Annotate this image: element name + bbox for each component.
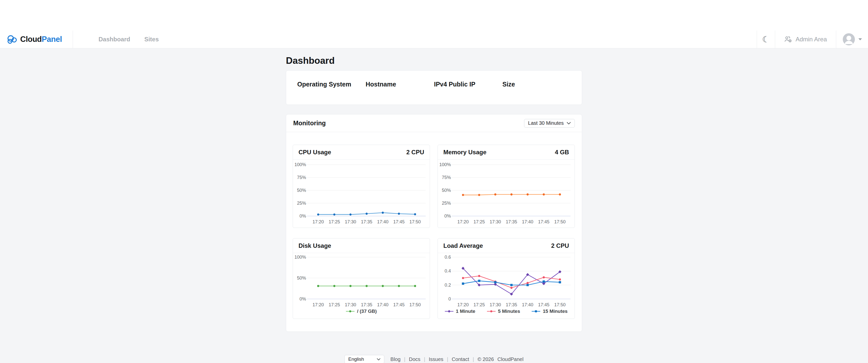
- chevron-down-icon: [377, 358, 380, 361]
- x-tick-label: 17:25: [473, 219, 485, 224]
- load-average-chart-card: Load Average 2 CPU 00.20.40.617:2017:251…: [437, 238, 575, 319]
- info-value: [434, 92, 502, 98]
- charts-grid: CPU Usage 2 CPU 0%25%50%75%100%17:2017:2…: [286, 132, 582, 331]
- legend-item[interactable]: 5 Minutes: [487, 308, 520, 314]
- chart-card-header: Disk Usage: [293, 238, 430, 253]
- legend-item[interactable]: / (37 GB): [346, 308, 377, 314]
- footer-link-docs[interactable]: Docs: [409, 357, 421, 362]
- language-value: English: [348, 357, 364, 362]
- data-point: [527, 284, 529, 286]
- x-tick-label: 17:40: [522, 219, 533, 224]
- data-point: [366, 285, 368, 287]
- x-tick-label: 17:45: [393, 219, 404, 224]
- data-point: [527, 282, 529, 284]
- footer-link-blog[interactable]: Blog: [390, 357, 400, 362]
- info-value: [502, 92, 571, 98]
- time-range-value: Last 30 Minutes: [528, 120, 564, 126]
- legend-marker-icon: [445, 309, 454, 313]
- x-tick-label: 17:20: [312, 219, 324, 224]
- legend-label: 1 Minute: [456, 308, 475, 314]
- disk-usage-chart-card: Disk Usage 0%50%100%17:2017:2517:3017:35…: [293, 238, 430, 319]
- chart-title: Load Average: [443, 242, 483, 249]
- footer-links: Blog | Docs | Issues | Contact | © 2026 …: [390, 357, 523, 362]
- chart-body: 0%25%50%75%100%17:2017:2517:3017:3517:40…: [438, 160, 575, 228]
- data-point: [494, 281, 497, 283]
- separator: |: [473, 357, 474, 362]
- data-point: [382, 212, 384, 214]
- dark-mode-toggle[interactable]: ☾: [757, 31, 775, 48]
- data-point: [527, 193, 529, 195]
- chevron-down-icon: [859, 38, 862, 40]
- separator: |: [404, 357, 405, 362]
- x-tick-label: 17:50: [409, 302, 421, 307]
- load-average-chart: 00.20.40.617:2017:2517:3017:3517:4017:45…: [438, 253, 575, 308]
- footer-link-contact[interactable]: Contact: [452, 357, 469, 362]
- nav-item-dashboard[interactable]: Dashboard: [99, 36, 130, 43]
- x-tick-label: 17:40: [522, 302, 533, 307]
- chart-unit-label: 2 CPU: [551, 242, 569, 249]
- y-tick-label: 0%: [300, 213, 306, 219]
- header-actions: ☾ Admin Area: [757, 31, 868, 48]
- data-point: [317, 285, 319, 287]
- legend-marker-icon: [487, 309, 496, 313]
- data-point: [510, 284, 513, 286]
- y-tick-label: 0: [448, 296, 451, 301]
- chart-card-header: CPU Usage 2 CPU: [293, 145, 430, 160]
- admin-area-button[interactable]: Admin Area: [775, 31, 836, 48]
- page-title: Dashboard: [286, 56, 582, 66]
- y-tick-label: 0.6: [444, 255, 451, 260]
- data-point: [333, 285, 335, 287]
- chart-unit-label: 2 CPU: [406, 149, 424, 156]
- legend-marker-icon: [532, 309, 540, 313]
- data-point: [366, 213, 368, 215]
- x-tick-label: 17:25: [329, 302, 340, 307]
- disk-usage-chart: 0%50%100%17:2017:2517:3017:3517:4017:451…: [293, 253, 430, 308]
- legend-label: 15 Minutes: [543, 308, 567, 314]
- data-point: [543, 276, 545, 278]
- language-select[interactable]: English: [344, 355, 384, 363]
- data-point: [317, 213, 319, 216]
- user-menu[interactable]: [836, 31, 868, 48]
- memory-usage-chart: 0%25%50%75%100%17:2017:2517:3017:3517:40…: [438, 160, 575, 227]
- y-tick-label: 75%: [297, 175, 306, 180]
- chart-title: CPU Usage: [299, 149, 331, 156]
- data-point: [382, 285, 384, 287]
- monitoring-title: Monitoring: [293, 120, 326, 127]
- chart-canvas: 0%50%100%17:2017:2517:3017:3517:4017:451…: [293, 253, 430, 307]
- data-point: [478, 280, 480, 282]
- chart-legend: / (37 GB): [293, 308, 430, 318]
- data-point: [543, 280, 545, 283]
- data-point: [559, 278, 561, 280]
- brand-logo[interactable]: CloudPanel: [0, 31, 73, 48]
- data-point: [478, 194, 480, 196]
- info-col-operating-system: Operating System: [297, 81, 366, 105]
- nav-item-sites[interactable]: Sites: [144, 36, 159, 43]
- x-tick-label: 17:45: [538, 219, 549, 224]
- footer-brand-link[interactable]: CloudPanel: [497, 357, 523, 362]
- chart-body: 00.20.40.617:2017:2517:3017:3517:4017:45…: [438, 253, 575, 319]
- monitoring-card: Monitoring Last 30 Minutes CPU Usage 2 C…: [286, 114, 582, 332]
- y-tick-label: 25%: [297, 201, 306, 206]
- data-point: [349, 213, 351, 216]
- data-point: [349, 285, 351, 287]
- x-tick-label: 17:50: [554, 302, 565, 307]
- time-range-dropdown[interactable]: Last 30 Minutes: [524, 119, 575, 128]
- x-tick-label: 17:45: [393, 302, 404, 307]
- brand-name-primary: Cloud: [20, 35, 42, 44]
- y-tick-label: 0%: [300, 296, 306, 301]
- chart-card-header: Load Average 2 CPU: [438, 238, 575, 253]
- data-point: [559, 193, 561, 195]
- info-value: [366, 92, 434, 98]
- memory-usage-chart-card: Memory Usage 4 GB 0%25%50%75%100%17:2017…: [437, 145, 575, 228]
- data-point: [543, 193, 545, 195]
- legend-item[interactable]: 1 Minute: [445, 308, 475, 314]
- x-tick-label: 17:40: [377, 302, 388, 307]
- data-point: [462, 194, 464, 196]
- data-point: [414, 285, 416, 287]
- data-point: [333, 213, 335, 216]
- legend-item[interactable]: 15 Minutes: [532, 308, 567, 314]
- main-nav: Dashboard Sites: [99, 31, 159, 48]
- chart-body: 0%25%50%75%100%17:2017:2517:3017:3517:40…: [293, 160, 430, 228]
- footer-link-issues[interactable]: Issues: [429, 357, 443, 362]
- x-tick-label: 17:35: [361, 219, 372, 224]
